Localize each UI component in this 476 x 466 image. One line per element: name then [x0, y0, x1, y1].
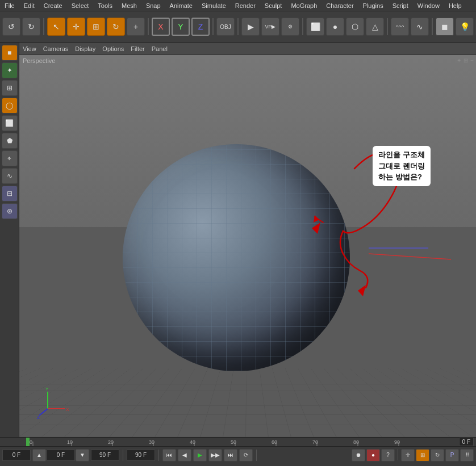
scale-tool[interactable]: ⊞	[87, 18, 105, 36]
next-frame-btn[interactable]: ▶▶	[208, 449, 222, 461]
scale-btn2[interactable]: ⊞	[416, 449, 429, 461]
separator4	[398, 449, 398, 460]
plus-tool[interactable]: +	[127, 18, 145, 36]
cursor-tool[interactable]: ↖	[47, 18, 65, 36]
top-indicators: ✦ ⊞ −	[457, 57, 474, 64]
timeline-svg: 0 10 20 30 40 50 60 70 80 90	[28, 437, 448, 446]
help-btn[interactable]: ?	[381, 449, 395, 461]
menu-window[interactable]: Window	[413, 1, 444, 10]
render-btn2[interactable]: P	[445, 449, 459, 461]
menu-plugins[interactable]: Plugins	[358, 1, 388, 10]
attributes-btn[interactable]: ✦	[2, 62, 18, 78]
go-start-btn[interactable]: ⏮	[162, 449, 176, 461]
viewport[interactable]: View Cameras Display Options Filter Pane…	[19, 43, 476, 437]
toolbar: ↺ ↻ ↖ ✛ ⊞ ↻ + X Y Z OBJ ▶ VP▶ ⚙ ⬜ ● ⬡ △ …	[0, 11, 476, 43]
keyframe-btn[interactable]: ⏺	[352, 449, 365, 461]
render-settings-button[interactable]: ⚙	[281, 18, 299, 36]
menu-mograph[interactable]: MoGraph	[286, 1, 321, 10]
object-mode-button[interactable]: OBJ	[216, 18, 235, 36]
selection-btn[interactable]: ◯	[2, 98, 18, 114]
frame-down-btn[interactable]: ▼	[76, 449, 89, 461]
menu-sculpt[interactable]: Sculpt	[260, 1, 287, 10]
x-axis-button[interactable]: X	[152, 18, 170, 36]
vp-menu-options[interactable]: Options	[102, 45, 124, 52]
separator-4	[237, 18, 239, 35]
vp-menu-cameras[interactable]: Cameras	[43, 45, 69, 52]
move-tool[interactable]: ✛	[67, 18, 85, 36]
timeline-ruler[interactable]: 0 10 20 30 40 50 60 70 80 90 0 F	[0, 437, 476, 446]
sphere-button[interactable]: ●	[326, 18, 344, 36]
autokey-btn[interactable]: ●	[366, 449, 380, 461]
svg-text:70: 70	[312, 439, 318, 445]
menubar: File Edit Create Select Tools Mesh Snap …	[0, 0, 476, 11]
svg-text:50: 50	[231, 439, 236, 445]
frame-counter-right: 0 F	[459, 438, 474, 446]
cube-tool-btn[interactable]: ⬜	[2, 115, 18, 131]
separator2	[158, 450, 159, 461]
frame-up-btn[interactable]: ▲	[32, 449, 46, 461]
snap-btn[interactable]: ⌖	[2, 150, 18, 166]
menu-edit[interactable]: Edit	[19, 1, 39, 10]
menu-animate[interactable]: Animate	[165, 1, 197, 10]
prev-frame-btn[interactable]: ◀	[178, 449, 191, 461]
separator-6	[387, 18, 388, 35]
menu-simulate[interactable]: Simulate	[197, 1, 231, 10]
object-manager-btn[interactable]: ■	[2, 45, 18, 61]
menu-script[interactable]: Script	[388, 1, 413, 10]
menu-help[interactable]: Help	[444, 1, 466, 10]
frame-start-field[interactable]: 0 F	[2, 450, 31, 461]
menu-render[interactable]: Render	[231, 1, 260, 10]
undo-button[interactable]: ↺	[2, 18, 20, 36]
magnet-btn[interactable]: ∿	[2, 168, 18, 184]
redo-button[interactable]: ↻	[22, 18, 40, 36]
separator-7	[432, 18, 433, 35]
svg-text:Z: Z	[37, 415, 40, 420]
rotate-tool[interactable]: ↻	[107, 18, 125, 36]
svg-text:10: 10	[67, 439, 73, 445]
loop-btn[interactable]: ⟳	[239, 449, 253, 461]
3d-scene[interactable]: Perspective ✦ ⊞ −	[19, 55, 476, 437]
menu-select[interactable]: Select	[67, 1, 94, 10]
svg-text:40: 40	[190, 439, 195, 445]
left-toolbar: ■ ✦ ⊞ ◯ ⬜ ⬟ ⌖ ∿ ⊟ ⊛	[0, 43, 19, 437]
menu-create[interactable]: Create	[39, 1, 67, 10]
rotate-btn2[interactable]: ↻	[431, 449, 444, 461]
vp-menu-display[interactable]: Display	[75, 45, 95, 52]
go-end-btn[interactable]: ⏭	[224, 449, 237, 461]
render2-btn[interactable]: ⊛	[2, 203, 18, 219]
menu-character[interactable]: Character	[321, 1, 358, 10]
move-btn2[interactable]: ✛	[401, 449, 415, 461]
separator-5	[302, 18, 303, 35]
nav-icon: ✦	[457, 57, 461, 64]
render-button[interactable]: ▶	[241, 18, 260, 36]
viewport-render-button[interactable]: VP▶	[261, 18, 279, 36]
grid-btn2[interactable]: ⠿	[460, 449, 474, 461]
current-frame-field[interactable]: 0 F	[47, 450, 75, 461]
frame-end-field[interactable]: 90 F	[91, 450, 119, 461]
menu-tools[interactable]: Tools	[93, 1, 117, 10]
spline-button[interactable]: 〰	[391, 18, 409, 36]
nurbs-button[interactable]: ∿	[411, 18, 429, 36]
svg-text:20: 20	[108, 439, 114, 445]
menu-mesh[interactable]: Mesh	[117, 1, 141, 10]
y-axis-button[interactable]: Y	[172, 18, 190, 36]
cone-button[interactable]: △	[366, 18, 384, 36]
svg-text:60: 60	[272, 439, 277, 445]
vp-menu-view[interactable]: View	[23, 45, 36, 52]
cylinder-button[interactable]: ⬡	[346, 18, 364, 36]
menu-snap[interactable]: Snap	[141, 1, 165, 10]
vp-menu-filter[interactable]: Filter	[131, 45, 144, 52]
menu-file[interactable]: File	[0, 1, 19, 10]
play-btn[interactable]: ▶	[193, 449, 207, 461]
light-button[interactable]: 💡	[456, 18, 474, 36]
material-button[interactable]: ◼	[436, 18, 454, 36]
separator-2	[148, 18, 149, 35]
diamond-btn[interactable]: ⬟	[2, 133, 18, 149]
z-axis-button[interactable]: Z	[191, 18, 210, 36]
material2-btn[interactable]: ⊟	[2, 186, 18, 201]
cube-button[interactable]: ⬜	[306, 18, 324, 36]
grid-btn[interactable]: ⊞	[2, 80, 18, 96]
svg-text:Y: Y	[45, 387, 49, 392]
preview-end-field[interactable]: 90 F	[127, 450, 155, 461]
vp-menu-panel[interactable]: Panel	[152, 45, 168, 52]
